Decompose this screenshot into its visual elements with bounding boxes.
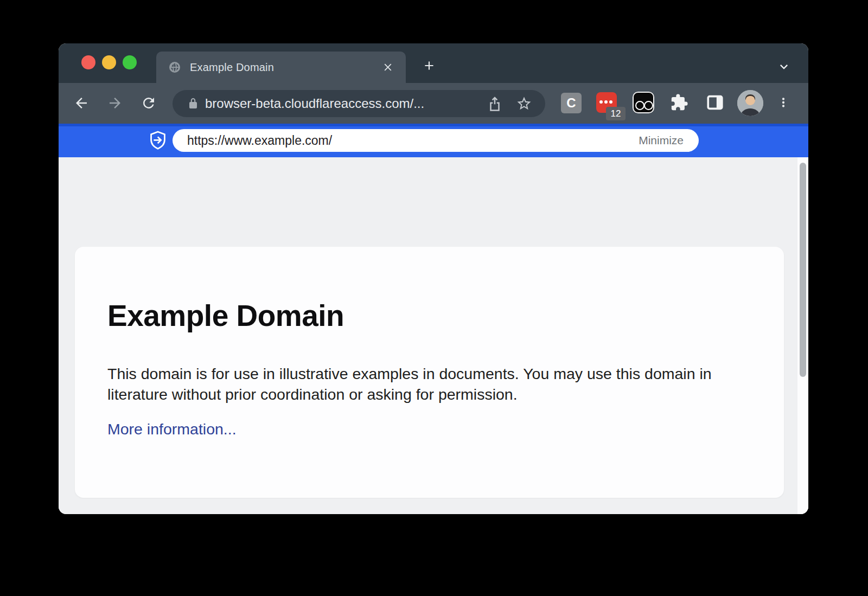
extension-badge-count: 12 [606,107,626,120]
page-body-text: This domain is for use in illustrative e… [107,363,734,405]
address-bar-url[interactable]: browser-beta.cloudflareaccess.com/... [205,90,424,117]
browser-menu-icon[interactable] [776,95,790,110]
isolation-toolbar-accent-line [59,124,808,126]
share-icon[interactable] [487,95,503,112]
close-window-button[interactable] [81,55,95,69]
forward-icon[interactable] [107,95,123,111]
side-panel-icon[interactable] [706,93,724,112]
extension-glasses-icon[interactable] [633,92,654,113]
isolation-toolbar: https://www.example.com/ Minimize [59,124,808,157]
minimize-window-button[interactable] [102,55,116,69]
scrollbar-track[interactable] [797,157,808,514]
reload-icon[interactable] [141,95,157,111]
bookmark-star-icon[interactable] [516,95,532,112]
page-title: Example Domain [107,298,344,333]
tab-strip: Example Domain [59,43,808,83]
maximize-window-button[interactable] [123,55,137,69]
back-icon[interactable] [73,95,90,111]
new-tab-button[interactable] [422,59,436,73]
isolated-url-input[interactable]: https://www.example.com/ Minimize [173,129,699,152]
profile-avatar[interactable] [737,90,763,116]
address-bar[interactable]: browser-beta.cloudflareaccess.com/... [173,90,545,117]
tab-title: Example Domain [190,52,274,83]
lock-icon[interactable] [187,97,200,110]
more-information-link[interactable]: More information... [107,420,237,438]
chevron-down-icon[interactable] [776,59,792,74]
extension-c-icon[interactable]: C [561,93,582,113]
scrollbar-thumb[interactable] [800,163,806,377]
browser-window: Example Domain [59,43,808,514]
tab-close-icon[interactable] [382,61,394,73]
tab-example-domain[interactable]: Example Domain [156,52,406,83]
globe-favicon-icon [168,61,181,74]
isolated-url-value[interactable]: https://www.example.com/ [187,129,332,152]
extensions-puzzle-icon[interactable] [670,93,688,112]
content-card: Example Domain This domain is for use in… [75,247,784,498]
navigation-toolbar: browser-beta.cloudflareaccess.com/... C … [59,83,808,124]
shield-arrow-icon [149,131,167,150]
minimize-toolbar-button[interactable]: Minimize [639,129,684,152]
page-viewport: Example Domain This domain is for use in… [59,157,808,514]
